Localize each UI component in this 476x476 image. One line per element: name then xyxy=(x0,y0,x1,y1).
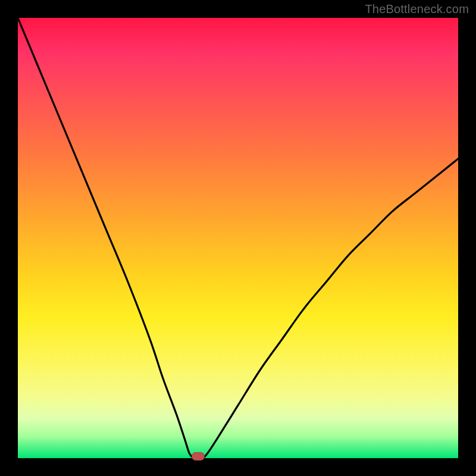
plot-area xyxy=(18,18,458,458)
chart-frame: TheBottleneck.com xyxy=(0,0,476,476)
optimum-marker xyxy=(192,452,205,461)
chart-svg xyxy=(18,18,458,458)
bottleneck-curve xyxy=(18,18,458,458)
watermark-text: TheBottleneck.com xyxy=(365,2,469,16)
